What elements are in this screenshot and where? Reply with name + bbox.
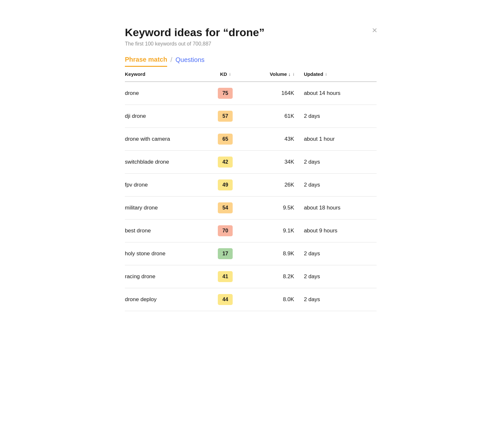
cell-updated: 2 days — [301, 173, 377, 196]
cell-volume: 8.0K — [247, 288, 301, 311]
modal-subtitle: The first 100 keywords out of 700,887 — [125, 41, 377, 47]
volume-info-icon[interactable]: i — [293, 72, 294, 77]
table-row: switchblade drone4234K2 days — [125, 150, 377, 173]
cell-kd: 49 — [210, 173, 247, 196]
cell-kd: 75 — [210, 82, 247, 105]
cell-keyword: drone — [125, 82, 210, 105]
cell-updated: about 1 hour — [301, 127, 377, 150]
kd-badge: 42 — [218, 157, 233, 168]
cell-kd: 41 — [210, 265, 247, 288]
cell-keyword: switchblade drone — [125, 150, 210, 173]
cell-updated: 2 days — [301, 150, 377, 173]
cell-kd: 17 — [210, 242, 247, 265]
keyword-table: Keyword KD i Volume ↓ i Updated i drone7… — [125, 67, 377, 311]
updated-info-icon[interactable]: i — [326, 72, 327, 77]
close-button[interactable]: × — [369, 25, 380, 36]
col-header-kd: KD i — [210, 67, 247, 82]
tab-divider: / — [170, 56, 172, 66]
kd-badge: 17 — [218, 248, 233, 259]
kd-info-icon[interactable]: i — [229, 72, 231, 77]
cell-updated: about 14 hours — [301, 82, 377, 105]
cell-updated: 2 days — [301, 288, 377, 311]
tabs-container: Phrase match / Questions — [125, 56, 377, 67]
cell-kd: 65 — [210, 127, 247, 150]
cell-updated: about 18 hours — [301, 196, 377, 219]
tab-phrase-match[interactable]: Phrase match — [125, 56, 167, 67]
cell-keyword: racing drone — [125, 265, 210, 288]
cell-volume: 164K — [247, 82, 301, 105]
cell-keyword: best drone — [125, 219, 210, 242]
cell-keyword: holy stone drone — [125, 242, 210, 265]
col-header-keyword: Keyword — [125, 67, 210, 82]
table-row: fpv drone4926K2 days — [125, 173, 377, 196]
cell-kd: 44 — [210, 288, 247, 311]
cell-updated: 2 days — [301, 265, 377, 288]
table-body: drone75164Kabout 14 hoursdji drone5761K2… — [125, 82, 377, 311]
kd-badge: 65 — [218, 134, 233, 145]
cell-kd: 57 — [210, 105, 247, 127]
kd-badge: 41 — [218, 271, 233, 282]
table-header-row: Keyword KD i Volume ↓ i Updated i — [125, 67, 377, 82]
keyword-table-container: Keyword KD i Volume ↓ i Updated i drone7… — [125, 67, 377, 311]
cell-kd: 42 — [210, 150, 247, 173]
cell-volume: 61K — [247, 105, 301, 127]
table-row: racing drone418.2K2 days — [125, 265, 377, 288]
table-row: best drone709.1Kabout 9 hours — [125, 219, 377, 242]
modal-header: Keyword ideas for “drone” The first 100 … — [125, 26, 377, 47]
cell-updated: about 9 hours — [301, 219, 377, 242]
cell-kd: 70 — [210, 219, 247, 242]
keyword-ideas-modal: Keyword ideas for “drone” The first 100 … — [102, 13, 393, 327]
cell-volume: 8.9K — [247, 242, 301, 265]
table-row: drone with camera6543Kabout 1 hour — [125, 127, 377, 150]
table-row: drone75164Kabout 14 hours — [125, 82, 377, 105]
kd-badge: 44 — [218, 294, 233, 305]
cell-volume: 9.1K — [247, 219, 301, 242]
table-row: holy stone drone178.9K2 days — [125, 242, 377, 265]
table-row: drone deploy448.0K2 days — [125, 288, 377, 311]
cell-volume: 43K — [247, 127, 301, 150]
cell-volume: 8.2K — [247, 265, 301, 288]
cell-keyword: military drone — [125, 196, 210, 219]
kd-badge: 57 — [218, 111, 233, 122]
kd-badge: 70 — [218, 225, 233, 236]
table-row: dji drone5761K2 days — [125, 105, 377, 127]
kd-badge: 54 — [218, 202, 233, 213]
cell-keyword: fpv drone — [125, 173, 210, 196]
cell-updated: 2 days — [301, 105, 377, 127]
table-row: military drone549.5Kabout 18 hours — [125, 196, 377, 219]
modal-title: Keyword ideas for “drone” — [125, 26, 377, 39]
kd-badge: 49 — [218, 179, 233, 190]
cell-volume: 34K — [247, 150, 301, 173]
col-header-updated: Updated i — [301, 67, 377, 82]
cell-keyword: dji drone — [125, 105, 210, 127]
cell-volume: 26K — [247, 173, 301, 196]
tab-questions[interactable]: Questions — [176, 56, 205, 66]
cell-keyword: drone deploy — [125, 288, 210, 311]
cell-kd: 54 — [210, 196, 247, 219]
cell-keyword: drone with camera — [125, 127, 210, 150]
kd-badge: 75 — [218, 88, 233, 99]
cell-volume: 9.5K — [247, 196, 301, 219]
col-header-volume: Volume ↓ i — [247, 67, 301, 82]
cell-updated: 2 days — [301, 242, 377, 265]
